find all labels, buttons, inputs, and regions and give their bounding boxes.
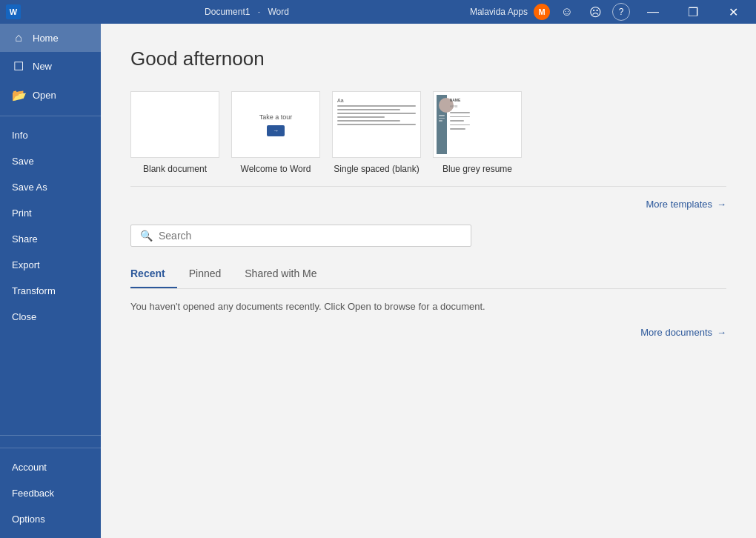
- sidebar-close-label: Close: [12, 311, 36, 322]
- sidebar-item-print[interactable]: Print: [0, 200, 101, 226]
- single-spaced-label: Single spaced (blank): [334, 164, 419, 174]
- sidebar-open-label: Open: [33, 90, 56, 101]
- template-welcome[interactable]: Take a tour → Welcome to Word: [231, 91, 320, 174]
- single-spaced-thumb: Aa: [332, 91, 421, 158]
- sidebar-home-label: Home: [33, 33, 59, 44]
- sidebar-item-home[interactable]: ⌂ Home: [0, 24, 101, 52]
- resume-inner: NAME HERE: [437, 95, 473, 154]
- template-resume[interactable]: NAME HERE Blue grey resume: [433, 91, 522, 174]
- line5: [337, 120, 400, 122]
- title-separator: -: [257, 7, 260, 17]
- resume-line-r5: [450, 128, 466, 130]
- sidebar-item-feedback[interactable]: Feedback: [0, 480, 101, 506]
- sidebar-info-label: Info: [12, 130, 28, 141]
- sidebar-options-label: Options: [12, 514, 45, 525]
- title-bar-right-area: Malavida Apps M ☺ ☹ ? — ❐ ✕: [470, 0, 750, 24]
- sidebar-share-label: Share: [12, 233, 38, 245]
- sidebar-item-close[interactable]: Close: [0, 304, 101, 330]
- malavida-badge[interactable]: M: [534, 4, 550, 20]
- sidebar-divider-2: [0, 448, 101, 448]
- title-bar: W Document1 - Word Malavida Apps M ☺ ☹ ?…: [0, 0, 756, 24]
- more-templates-arrow: →: [717, 199, 726, 210]
- resume-line-l2: [439, 118, 445, 119]
- more-documents-arrow: →: [717, 327, 726, 338]
- welcome-inner: Take a tour →: [241, 102, 311, 147]
- resume-left: [437, 95, 447, 154]
- new-icon: ☐: [12, 59, 25, 73]
- title-bar-left: W: [6, 4, 24, 19]
- sidebar-divider-1: [0, 116, 101, 116]
- title-bar-center: Document1 - Word: [205, 7, 289, 17]
- restore-button[interactable]: ❐: [676, 0, 710, 24]
- help-button[interactable]: ?: [612, 3, 630, 21]
- template-single-spaced[interactable]: Aa Single spaced (blank): [332, 91, 421, 174]
- search-input[interactable]: [159, 230, 462, 242]
- close-button[interactable]: ✕: [716, 0, 750, 24]
- line6: [337, 124, 416, 125]
- malavida-apps-label: Malavida Apps: [470, 7, 528, 17]
- search-bar: 🔍: [130, 225, 471, 247]
- home-icon: ⌂: [12, 31, 25, 44]
- tab-recent[interactable]: Recent: [130, 262, 177, 288]
- minimize-button[interactable]: —: [636, 0, 670, 24]
- main-content: Good afternoon Blank document Take a tou…: [101, 24, 756, 538]
- sidebar-save-as-label: Save As: [12, 182, 47, 193]
- app-body: ⌂ Home ☐ New 📂 Open Info Save Save As: [0, 24, 756, 538]
- sidebar-item-options[interactable]: Options: [0, 506, 101, 532]
- welcome-btn: →: [267, 125, 285, 136]
- line3: [337, 113, 416, 114]
- resume-right: NAME HERE: [447, 95, 473, 154]
- tabs: Recent Pinned Shared with Me: [130, 262, 726, 289]
- sidebar-account-label: Account: [12, 462, 47, 473]
- resume-label: Blue grey resume: [442, 164, 512, 174]
- sidebar-new-label: New: [33, 61, 52, 72]
- resume-line-r2: [450, 116, 470, 118]
- sidebar-item-transform[interactable]: Transform: [0, 278, 101, 304]
- line1: [337, 105, 416, 107]
- single-spaced-content: Aa: [337, 98, 416, 127]
- resume-thumb: NAME HERE: [433, 91, 522, 158]
- sidebar-item-save[interactable]: Save: [0, 148, 101, 174]
- frown-icon[interactable]: ☹: [584, 1, 606, 23]
- tab-recent-label: Recent: [130, 268, 165, 279]
- sidebar-item-new[interactable]: ☐ New: [0, 52, 101, 81]
- template-blank[interactable]: Blank document: [130, 91, 219, 174]
- sidebar-item-info[interactable]: Info: [0, 122, 101, 148]
- resume-name: NAME: [450, 98, 470, 102]
- app-name-title: Word: [268, 7, 288, 17]
- more-templates-label: More templates: [646, 199, 712, 210]
- resume-title: HERE: [450, 104, 470, 108]
- sidebar-item-open[interactable]: 📂 Open: [0, 81, 101, 110]
- resume-line-l1: [439, 115, 445, 116]
- blank-thumb: [130, 91, 219, 158]
- templates-grid: Blank document Take a tour → Welcome to …: [130, 91, 726, 174]
- more-documents-label: More documents: [640, 327, 712, 338]
- welcome-thumb: Take a tour →: [231, 91, 320, 158]
- sidebar-item-account[interactable]: Account: [0, 454, 101, 480]
- blank-label: Blank document: [143, 164, 207, 174]
- smiley-icon[interactable]: ☺: [556, 1, 578, 23]
- open-icon: 📂: [12, 88, 25, 102]
- resume-line-r3: [450, 120, 464, 122]
- sidebar-item-export[interactable]: Export: [0, 252, 101, 278]
- sidebar-item-share[interactable]: Share: [0, 226, 101, 252]
- sidebar-item-save-as[interactable]: Save As: [0, 174, 101, 200]
- take-a-tour-text: Take a tour: [259, 113, 293, 121]
- more-documents-link[interactable]: More documents →: [130, 327, 726, 338]
- templates-divider: [130, 186, 726, 187]
- templates-section: Blank document Take a tour → Welcome to …: [130, 91, 726, 210]
- resume-line-l3: [439, 120, 442, 122]
- tab-shared-label: Shared with Me: [245, 268, 316, 279]
- sidebar-bottom: Account Feedback Options: [0, 435, 101, 538]
- line2: [337, 109, 400, 110]
- sidebar-save-label: Save: [12, 156, 34, 167]
- sidebar-export-label: Export: [12, 259, 40, 270]
- more-templates-link[interactable]: More templates →: [130, 199, 726, 210]
- sidebar-print-label: Print: [12, 207, 32, 219]
- word-icon: W: [6, 4, 21, 19]
- tab-shared[interactable]: Shared with Me: [245, 262, 328, 288]
- sidebar-feedback-label: Feedback: [12, 488, 54, 499]
- resume-line-r1: [450, 112, 470, 113]
- search-icon: 🔍: [140, 230, 153, 242]
- tab-pinned[interactable]: Pinned: [189, 262, 233, 288]
